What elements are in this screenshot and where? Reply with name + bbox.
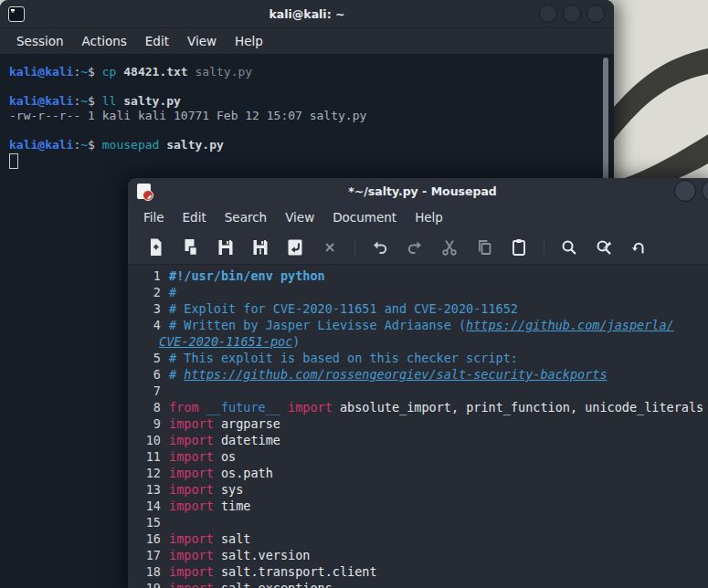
menu-item-help[interactable]: Help [226,31,272,51]
code-line: 9import argparse [128,415,708,432]
mousepad-app-icon [137,184,151,199]
code-line: CVE-2020-11651-poc) [128,333,708,350]
line-number: 1 [128,268,169,284]
save-as-icon[interactable] [245,235,276,260]
code-line: 12import os.path [128,465,708,481]
code-line: 7 [128,383,708,399]
menu-item-view[interactable]: View [178,31,226,51]
text-segment: import [169,581,214,588]
undo-icon[interactable] [365,235,396,260]
open-file-icon[interactable] [175,235,206,260]
text-segment: kali@kali [9,65,73,79]
toolbar-separator [354,238,355,257]
mousepad-title: *~/salty.py - Mousepad [128,184,708,198]
close-document-icon[interactable] [314,235,345,260]
text-segment: ~ [80,65,88,79]
line-number: 11 [128,448,169,465]
text-segment: datetime [214,433,280,447]
text-segment: # [169,367,184,382]
code-line: 18import salt.transport.client [128,563,708,580]
code-line: 15 [128,514,708,530]
redo-icon[interactable] [399,235,430,260]
terminal-line: kali@kali:~$ mousepad salty.py [9,138,614,152]
text-segment: ) [292,334,300,349]
text-segment: CVE-2020-11651-poc [159,334,292,349]
menu-item-help[interactable]: Help [406,207,452,227]
mousepad-toolbar [128,231,708,265]
line-number: 9 [128,415,169,432]
menu-item-edit[interactable]: Edit [174,207,216,227]
code-line: 6# https://github.com/rossengeorgiev/sal… [128,366,708,383]
text-segment: import [288,400,333,415]
code-line: 1#!/usr/bin/env python [128,268,708,284]
terminal-app-icon [8,6,25,22]
terminal-line: -rw-r--r-- 1 kali kali 10771 Feb 12 15:0… [9,109,614,123]
find-icon[interactable] [554,235,585,260]
line-number: 8 [128,399,169,415]
text-segment: absolute_import, print_function, unicode… [333,400,703,415]
line-number: 14 [128,498,169,514]
cut-icon[interactable] [434,235,465,260]
text-segment: __future__ [206,400,280,415]
menu-item-file[interactable]: File [134,207,174,227]
code-line: 3# Exploit for CVE-2020-11651 and CVE-20… [128,300,708,317]
code-line: 16import salt [128,530,708,547]
menu-item-edit[interactable]: Edit [136,31,178,51]
terminal-line: kali@kali:~$ ll salty.py [9,94,614,109]
code-line: 14import time [128,498,708,514]
paste-icon[interactable] [503,235,534,260]
terminal-minimize-button[interactable] [539,5,557,23]
text-segment: from [169,400,199,415]
code-line: 17import salt.version [128,547,708,563]
menu-item-view[interactable]: View [276,207,323,227]
line-number: 4 [128,317,169,333]
mousepad-menubar: FileEditSearchViewDocumentHelp [128,204,708,231]
text-segment: os.path [214,466,273,480]
text-segment: # [169,285,176,299]
text-segment: import [169,499,214,513]
text-segment: import [169,433,214,447]
terminal-maximize-button[interactable] [563,5,581,23]
code-line: 8from __future__ import absolute_import,… [128,399,708,415]
text-segment: # Written by Jasper Lievisse Adriaanse ( [169,318,466,332]
find-replace-icon[interactable] [588,235,619,260]
text-segment: kali@kali [9,94,73,108]
text-segment: mousepad [102,138,166,152]
line-number: 6 [128,366,169,383]
terminal-close-button[interactable] [586,5,605,23]
text-segment: ~ [80,94,88,108]
text-segment: import [169,466,214,480]
save-icon[interactable] [210,235,241,260]
mousepad-window: *~/salty.py - Mousepad FileEditSearchVie… [128,178,708,588]
line-number: 15 [128,514,169,530]
menu-item-session[interactable]: Session [7,31,73,51]
revert-icon[interactable] [280,235,311,260]
text-segment: import [169,564,214,579]
text-segment [199,400,206,415]
text-segment: # This exploit is based on this checker … [169,351,518,365]
mousepad-maximize-button[interactable] [702,180,708,202]
text-segment: $ [88,138,102,152]
text-segment: import [169,416,214,431]
mousepad-titlebar[interactable]: *~/salty.py - Mousepad [128,178,708,204]
copy-icon[interactable] [469,235,500,260]
go-to-line-icon[interactable] [623,235,654,260]
menu-item-document[interactable]: Document [323,207,406,227]
text-segment: salty.py [195,65,253,79]
text-segment: salt [214,531,251,546]
text-segment: $ [88,65,102,79]
menu-item-search[interactable]: Search [216,207,276,227]
text-segment: #!/usr/bin/env python [169,268,325,283]
line-number: 5 [128,350,169,366]
text-segment: salt.transport.client [214,564,377,579]
mousepad-minimize-button[interactable] [674,180,696,202]
menu-item-actions[interactable]: Actions [73,31,136,51]
line-number: 19 [128,580,169,588]
text-segment: # Exploit for CVE-2020-11651 and CVE-202… [169,301,518,316]
new-document-icon[interactable] [141,235,172,260]
terminal-title: kali@kali: ~ [0,7,614,21]
code-editor[interactable]: 1#!/usr/bin/env python2#3# Exploit for C… [128,265,708,588]
text-segment [280,400,288,415]
text-segment: $ [88,94,102,108]
terminal-titlebar[interactable]: kali@kali: ~ [0,0,614,27]
